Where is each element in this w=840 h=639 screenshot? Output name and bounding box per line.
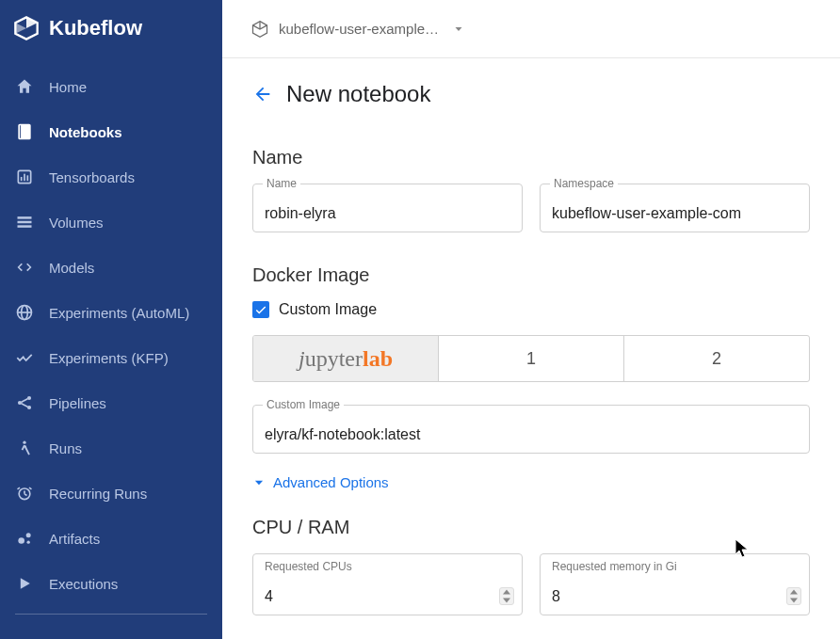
sidebar-item-label: Tensorboards xyxy=(49,169,135,185)
back-arrow-icon[interactable] xyxy=(252,84,273,104)
tab-third[interactable]: 2 xyxy=(624,336,809,381)
svg-rect-6 xyxy=(27,175,29,181)
sidebar-item-notebooks[interactable]: Notebooks xyxy=(0,109,222,154)
tab-second[interactable]: 1 xyxy=(439,336,624,381)
svg-rect-8 xyxy=(18,221,32,224)
list-icon xyxy=(15,213,34,232)
namespace-input[interactable] xyxy=(552,205,798,222)
requested-cpus-label: Requested CPUs xyxy=(265,560,352,573)
sidebar-item-label: Models xyxy=(49,260,94,276)
svg-marker-2 xyxy=(15,23,26,34)
sidebar-item-label: Executions xyxy=(49,576,118,592)
sidebar-item-pipelines[interactable]: Pipelines xyxy=(0,380,222,425)
spinner-up-icon[interactable] xyxy=(500,588,513,596)
brand-row: Kubeflow xyxy=(0,0,222,64)
sidebar-item-label: Home xyxy=(49,79,87,95)
cpu-row: Requested CPUs Requested memory in Gi xyxy=(252,553,810,615)
sidebar-item-runs[interactable]: Runs xyxy=(0,425,222,471)
custom-image-field-wrapper[interactable]: Custom Image xyxy=(252,405,810,454)
code-icon xyxy=(15,258,34,277)
content: New notebook Name Name Namespace Docker … xyxy=(222,58,840,639)
tab-jupyterlab[interactable]: jupyterlab xyxy=(253,336,439,381)
svg-marker-29 xyxy=(255,480,263,485)
svg-point-25 xyxy=(26,533,31,537)
sidebar-item-models[interactable]: Models xyxy=(0,245,222,290)
run-icon xyxy=(15,439,34,457)
name-input[interactable] xyxy=(265,205,510,222)
spinner-up-icon[interactable] xyxy=(787,588,800,596)
svg-point-24 xyxy=(18,537,24,544)
home-icon xyxy=(15,77,34,96)
custom-image-field-label: Custom Image xyxy=(263,398,344,411)
sidebar-item-home[interactable]: Home xyxy=(0,64,222,109)
sidebar-item-artifacts[interactable]: Artifacts xyxy=(0,516,222,561)
cpus-spinner xyxy=(499,587,514,605)
chart-icon xyxy=(15,168,34,186)
page-title-row: New notebook xyxy=(252,81,810,107)
brand-text: Kubeflow xyxy=(49,16,142,40)
nav-separator xyxy=(15,614,207,615)
namespace-field-wrapper[interactable]: Namespace xyxy=(540,184,810,232)
sidebar-item-recurring-runs[interactable]: Recurring Runs xyxy=(0,471,222,516)
section-title-docker: Docker Image xyxy=(252,264,810,286)
svg-rect-7 xyxy=(18,216,32,219)
advanced-options-toggle[interactable]: Advanced Options xyxy=(252,474,810,490)
svg-line-23 xyxy=(29,487,32,489)
sidebar-item-label: Runs xyxy=(49,440,82,456)
sidebar-item-volumes[interactable]: Volumes xyxy=(0,200,222,245)
requested-memory-label: Requested memory in Gi xyxy=(552,560,677,573)
sidebar-item-experiments-kfp[interactable]: Experiments (KFP) xyxy=(0,335,222,380)
name-field-wrapper[interactable]: Name xyxy=(252,184,523,232)
svg-marker-28 xyxy=(456,27,462,31)
svg-marker-33 xyxy=(790,599,798,603)
svg-line-16 xyxy=(22,399,28,402)
svg-rect-4 xyxy=(21,177,23,181)
share-icon xyxy=(15,393,34,412)
chevron-down-icon[interactable] xyxy=(453,24,464,35)
play-icon xyxy=(15,574,34,593)
namespace-selector-text[interactable]: kubeflow-user-example-c... xyxy=(279,21,444,37)
spinner-down-icon[interactable] xyxy=(500,597,513,604)
requested-cpus-field[interactable]: Requested CPUs xyxy=(252,553,523,615)
requested-cpus-input[interactable] xyxy=(265,588,499,605)
svg-point-18 xyxy=(23,441,25,444)
sidebar-item-label: Artifacts xyxy=(49,531,100,547)
sidebar-item-label: Experiments (KFP) xyxy=(49,350,169,366)
advanced-options-label: Advanced Options xyxy=(273,474,389,490)
sidebar-item-label: Recurring Runs xyxy=(49,486,147,502)
custom-image-row: Custom Image xyxy=(252,405,810,454)
page-title: New notebook xyxy=(286,81,430,107)
kubeflow-logo-icon xyxy=(13,15,40,41)
sidebar-item-tensorboards[interactable]: Tensorboards xyxy=(0,154,222,200)
sidebar-item-label: Experiments (AutoML) xyxy=(49,305,189,321)
svg-marker-31 xyxy=(503,599,510,603)
nav: Home Notebooks Tensorboards Volumes Mode… xyxy=(0,64,222,622)
clock-icon xyxy=(15,484,34,503)
custom-image-input[interactable] xyxy=(265,426,798,443)
sidebar-item-label: Notebooks xyxy=(49,124,122,140)
name-field-label: Name xyxy=(263,177,300,190)
svg-rect-5 xyxy=(24,174,25,182)
svg-line-21 xyxy=(24,494,27,496)
cube-icon xyxy=(250,20,269,39)
globe-icon xyxy=(15,303,34,322)
requested-memory-field[interactable]: Requested memory in Gi xyxy=(540,553,810,615)
sidebar-item-label: Volumes xyxy=(49,215,104,231)
section-title-cpu: CPU / RAM xyxy=(252,517,810,538)
checkbox-checked-icon[interactable] xyxy=(252,301,269,318)
chevron-down-icon xyxy=(252,476,266,489)
svg-marker-32 xyxy=(790,590,798,595)
main: kubeflow-user-example-c... New notebook … xyxy=(222,0,840,639)
sidebar-item-experiments-automl[interactable]: Experiments (AutoML) xyxy=(0,290,222,335)
namespace-field-label: Namespace xyxy=(550,177,618,190)
section-title-name: Name xyxy=(252,147,810,168)
sidebar-item-label: Pipelines xyxy=(49,395,106,411)
spinner-down-icon[interactable] xyxy=(787,597,800,604)
bubble-chart-icon xyxy=(15,529,34,548)
svg-line-17 xyxy=(22,404,28,407)
sidebar-item-executions[interactable]: Executions xyxy=(0,561,222,606)
custom-image-checkbox-row[interactable]: Custom Image xyxy=(252,301,810,318)
sidebar: Kubeflow Home Notebooks Tensorboards Vol… xyxy=(0,0,222,639)
svg-rect-9 xyxy=(18,225,32,228)
requested-memory-input[interactable] xyxy=(552,588,786,605)
